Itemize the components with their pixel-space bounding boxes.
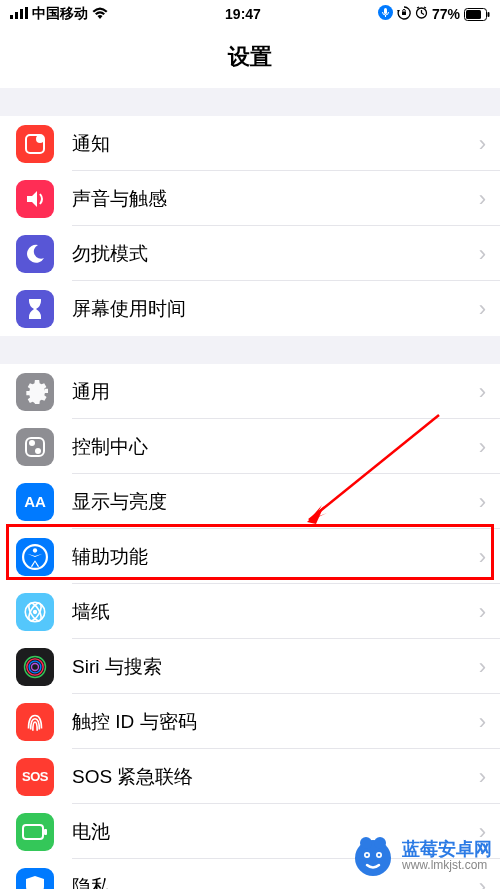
signal-icon — [10, 6, 28, 22]
row-label: SOS 紧急联络 — [72, 764, 479, 790]
chevron-right-icon: › — [479, 241, 500, 267]
wallpaper-icon — [16, 593, 54, 631]
chevron-right-icon: › — [479, 709, 500, 735]
svg-point-36 — [366, 854, 369, 857]
chevron-right-icon: › — [479, 654, 500, 680]
row-label: 触控 ID 与密码 — [72, 709, 479, 735]
row-label: 通用 — [72, 379, 479, 405]
accessibility-icon — [16, 538, 54, 576]
touchid-icon — [16, 703, 54, 741]
row-general[interactable]: 通用 › — [0, 364, 500, 419]
svg-rect-0 — [10, 15, 13, 19]
svg-rect-3 — [25, 7, 28, 19]
general-icon — [16, 373, 54, 411]
svg-point-32 — [360, 837, 372, 849]
watermark-url: www.lmkjst.com — [402, 859, 492, 873]
svg-rect-13 — [26, 438, 44, 456]
svg-point-21 — [33, 609, 37, 613]
watermark-icon — [350, 833, 396, 879]
svg-point-33 — [374, 837, 386, 849]
svg-rect-1 — [15, 12, 18, 19]
svg-point-17 — [33, 548, 37, 552]
row-label: 声音与触感 — [72, 186, 479, 212]
svg-point-12 — [36, 135, 44, 143]
svg-rect-10 — [488, 12, 490, 17]
row-siri[interactable]: Siri 与搜索 › — [0, 639, 500, 694]
control-center-icon — [16, 428, 54, 466]
battery-icon — [16, 813, 54, 851]
row-control-center[interactable]: 控制中心 › — [0, 419, 500, 474]
display-icon: AA — [16, 483, 54, 521]
chevron-right-icon: › — [479, 544, 500, 570]
row-label: 辅助功能 — [72, 544, 479, 570]
orientation-lock-icon — [397, 6, 411, 23]
carrier-label: 中国移动 — [32, 5, 88, 23]
row-sos[interactable]: SOS SOS 紧急联络 › — [0, 749, 500, 804]
page-title: 设置 — [0, 28, 500, 88]
sos-icon: SOS — [16, 758, 54, 796]
row-notifications[interactable]: 通知 › — [0, 116, 500, 171]
svg-point-22 — [25, 656, 46, 677]
row-accessibility[interactable]: 辅助功能 › — [0, 529, 500, 584]
svg-point-31 — [355, 840, 391, 876]
row-display[interactable]: AA 显示与亮度 › — [0, 474, 500, 529]
row-label: 墙纸 — [72, 599, 479, 625]
watermark: 蓝莓安卓网 www.lmkjst.com — [350, 833, 492, 879]
chevron-right-icon: › — [479, 186, 500, 212]
chevron-right-icon: › — [479, 379, 500, 405]
svg-rect-9 — [466, 10, 481, 19]
wifi-icon — [92, 6, 108, 22]
sounds-icon — [16, 180, 54, 218]
voice-icon — [378, 5, 393, 23]
chevron-right-icon: › — [479, 434, 500, 460]
screentime-icon — [16, 290, 54, 328]
row-label: 通知 — [72, 131, 479, 157]
svg-rect-26 — [23, 825, 43, 839]
svg-point-15 — [35, 448, 41, 454]
row-screentime[interactable]: 屏幕使用时间 › — [0, 281, 500, 336]
battery-pct: 77% — [432, 6, 460, 22]
notifications-icon — [16, 125, 54, 163]
svg-rect-6 — [402, 11, 406, 15]
siri-icon — [16, 648, 54, 686]
chevron-right-icon: › — [479, 131, 500, 157]
svg-rect-2 — [20, 9, 23, 19]
status-time: 19:47 — [108, 6, 378, 22]
chevron-right-icon: › — [479, 764, 500, 790]
row-touchid[interactable]: 触控 ID 与密码 › — [0, 694, 500, 749]
row-label: 屏幕使用时间 — [72, 296, 479, 322]
row-label: 控制中心 — [72, 434, 479, 460]
svg-point-37 — [378, 854, 381, 857]
chevron-right-icon: › — [479, 599, 500, 625]
chevron-right-icon: › — [479, 296, 500, 322]
row-label: 勿扰模式 — [72, 241, 479, 267]
svg-point-14 — [29, 440, 35, 446]
row-dnd[interactable]: 勿扰模式 › — [0, 226, 500, 281]
row-label: 显示与亮度 — [72, 489, 479, 515]
status-bar: 中国移动 19:47 77% — [0, 0, 500, 28]
row-wallpaper[interactable]: 墙纸 › — [0, 584, 500, 639]
settings-group-1: 通知 › 声音与触感 › 勿扰模式 › 屏幕使用时间 › — [0, 116, 500, 336]
battery-indicator-icon — [464, 8, 490, 21]
svg-rect-27 — [44, 829, 47, 835]
watermark-title: 蓝莓安卓网 — [402, 839, 492, 860]
settings-group-2: 通用 › 控制中心 › AA 显示与亮度 › 辅助功能 › 墙纸 › Siri … — [0, 364, 500, 889]
chevron-right-icon: › — [479, 489, 500, 515]
alarm-icon — [415, 6, 428, 22]
dnd-icon — [16, 235, 54, 273]
row-sounds[interactable]: 声音与触感 › — [0, 171, 500, 226]
row-label: Siri 与搜索 — [72, 654, 479, 680]
status-left: 中国移动 — [10, 5, 108, 23]
svg-rect-5 — [384, 8, 387, 14]
svg-point-25 — [32, 663, 39, 670]
privacy-icon — [16, 868, 54, 890]
status-right: 77% — [378, 5, 490, 23]
